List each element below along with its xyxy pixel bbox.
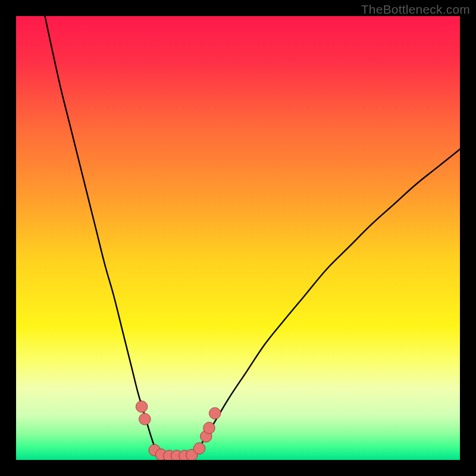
curve-left-branch [45, 16, 158, 456]
plot-area [16, 16, 460, 460]
curve-marker [209, 408, 221, 419]
curve-marker [136, 401, 147, 412]
chart-frame: TheBottleneck.com [0, 0, 476, 476]
curve-right-branch [193, 149, 460, 456]
curve-marker [139, 414, 151, 425]
curve-marker [203, 422, 215, 434]
bottleneck-curve-layer [16, 16, 460, 460]
curve-marker [193, 443, 205, 454]
watermark-text: TheBottleneck.com [361, 2, 470, 17]
